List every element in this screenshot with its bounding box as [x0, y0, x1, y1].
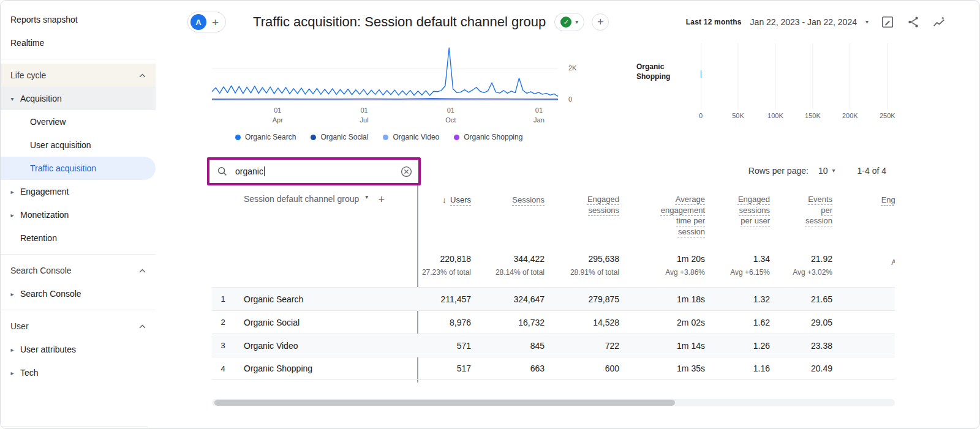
legend-item-organic-search: Organic Search: [235, 133, 296, 141]
sidebar-item-traffic-acquisition[interactable]: Traffic acquisition: [1, 157, 156, 180]
insights-icon[interactable]: [932, 15, 946, 29]
table-row-organic-video[interactable]: 3Organic Video5718457221m 14s1.2623.38: [212, 334, 895, 357]
column-header[interactable]: Users: [450, 195, 471, 206]
metric-value: 23.38: [771, 341, 834, 351]
metric-value: 1.32: [706, 294, 771, 304]
pagination-label: 1-4 of 4: [858, 166, 886, 176]
dimension-selector[interactable]: Session default channel group: [244, 194, 359, 204]
nav-label: Monetization: [20, 210, 69, 220]
legend-label: Organic Shopping: [464, 133, 522, 141]
row-number: 1: [212, 294, 234, 304]
report-status-badge[interactable]: ✓ ▾: [554, 13, 584, 31]
chevron-expanded-icon: ▾: [7, 95, 18, 102]
legend-dot: [383, 135, 388, 140]
date-range-selector[interactable]: Jan 22, 2023 - Jan 22, 2024: [750, 17, 857, 27]
column-header-cell: Average engagement time per session: [620, 194, 706, 253]
nav-label: User attributes: [20, 345, 76, 354]
table-row-organic-social[interactable]: 2Organic Social8,97616,73214,5282m 02s1.…: [212, 310, 895, 334]
account-pill[interactable]: A +: [187, 12, 226, 32]
y-axis-label: 0: [568, 95, 572, 103]
rows-per-page-label: Rows per page:: [748, 166, 809, 176]
add-secondary-dimension-button[interactable]: +: [378, 194, 385, 205]
bar-axis-label: 50K: [732, 112, 744, 119]
column-header[interactable]: Events per session: [801, 194, 832, 226]
report-header: A + Traffic acquisition: Session default…: [156, 1, 979, 43]
chevron-right-icon: ▸: [7, 212, 18, 218]
totals-cell: 295,63828.91% of total: [546, 254, 620, 287]
column-header[interactable]: Sessions: [512, 195, 545, 206]
column-header[interactable]: Average engagement time per session: [651, 194, 705, 237]
chevron-right-icon: ▸: [7, 370, 18, 376]
sidebar-section-search-console[interactable]: Search Console: [1, 259, 156, 282]
table-search-input[interactable]: organic: [209, 160, 418, 183]
avatar[interactable]: A: [190, 14, 206, 30]
sidebar-item-engagement[interactable]: ▸Engagement: [1, 180, 156, 203]
sidebar-item-realtime[interactable]: Realtime: [1, 31, 156, 54]
bar-axis-label: 0: [699, 112, 703, 119]
search-query-text: organic: [235, 166, 263, 176]
metric-value: 517: [418, 364, 472, 373]
column-header-cell: Engaged sessions: [546, 194, 620, 253]
divider: [1, 427, 148, 427]
metric-value: 600: [546, 364, 620, 373]
bar-organic-shopping: [701, 70, 701, 78]
chevron-down-icon[interactable]: ▾: [865, 19, 869, 25]
customize-report-icon[interactable]: [881, 15, 894, 29]
total-value: 1.34: [706, 254, 770, 264]
table-row-organic-search[interactable]: 1Organic Search211,457324,647279,8751m 1…: [212, 287, 895, 310]
chevron-up-icon: [139, 269, 146, 273]
sidebar-item-retention[interactable]: Retention: [1, 226, 156, 250]
column-header[interactable]: Enga: [881, 195, 895, 206]
y-axis-label: 2K: [568, 64, 576, 72]
metric-value: 29.05: [771, 318, 834, 327]
sidebar-item-overview[interactable]: Overview: [1, 110, 156, 133]
total-value: 1m 20s: [620, 254, 705, 264]
totals-cell: 344,42228.14% of total: [472, 254, 546, 287]
add-report-button[interactable]: +: [592, 13, 609, 31]
metric-value: 14,528: [546, 318, 620, 327]
sidebar-item-reports-snapshot[interactable]: Reports snapshot: [1, 8, 156, 31]
totals-row: 220,81827.23% of total344,42228.14% of t…: [212, 253, 895, 287]
table-row-organic-shopping[interactable]: 4Organic Shopping5176636001m 35s1.1620.4…: [212, 357, 895, 380]
legend-label: Organic Social: [320, 133, 368, 141]
totals-cell: 220,81827.23% of total: [418, 254, 472, 287]
sidebar-item-monetization[interactable]: ▸Monetization: [1, 203, 156, 226]
add-comparison-icon[interactable]: +: [212, 17, 219, 28]
metric-value: 16,732: [472, 318, 546, 327]
metric-value: 1.16: [706, 364, 771, 373]
sidebar-item-user-attributes[interactable]: ▸User attributes: [1, 338, 156, 361]
nav-label: Retention: [20, 233, 57, 243]
nav-label: Acquisition: [20, 94, 62, 103]
sidebar-section-life-cycle[interactable]: Life cycle: [1, 64, 156, 87]
legend-dot: [235, 135, 241, 140]
total-value: 295,638: [546, 254, 619, 264]
legend-item-organic-shopping: Organic Shopping: [454, 133, 522, 141]
sidebar-item-search-console[interactable]: ▸Search Console: [1, 282, 156, 305]
metric-value: 571: [418, 341, 472, 351]
metric-value: 20.49: [771, 364, 834, 373]
column-header-cell: Sessions: [472, 194, 546, 253]
row-number: 2: [212, 318, 234, 327]
metric-value: 663: [472, 364, 546, 373]
sidebar-section-user[interactable]: User: [1, 315, 156, 338]
scrollbar-thumb[interactable]: [214, 400, 675, 406]
metric-value: 1m 14s: [620, 341, 706, 351]
horizontal-scrollbar[interactable]: [212, 399, 895, 406]
section-label: Search Console: [10, 266, 72, 275]
rows-per-page-select[interactable]: 10 ▾: [818, 166, 835, 176]
column-header[interactable]: Engaged sessions per user: [731, 194, 770, 226]
clear-search-icon[interactable]: [401, 166, 412, 177]
sort-descending-icon[interactable]: ↓: [442, 195, 448, 204]
sidebar-item-tech[interactable]: ▸Tech: [1, 361, 156, 384]
x-axis-label: 01Oct: [445, 106, 456, 125]
totals-cell: 21.92Avg +3.02%: [771, 254, 834, 287]
total-value: 220,818: [418, 254, 471, 264]
x-axis-label: 01Jul: [360, 106, 369, 125]
share-icon[interactable]: [907, 15, 920, 29]
sidebar-item-acquisition[interactable]: ▾Acquisition: [1, 87, 156, 110]
sidebar-item-user-acquisition[interactable]: User acquisition: [1, 133, 156, 157]
table-pagination-controls: Rows per page: 10 ▾ 1-4 of 4: [748, 166, 886, 176]
metric-value: 2m 02s: [620, 318, 706, 327]
chevron-down-icon[interactable]: ▾: [365, 194, 368, 200]
column-header[interactable]: Engaged sessions: [580, 194, 619, 215]
